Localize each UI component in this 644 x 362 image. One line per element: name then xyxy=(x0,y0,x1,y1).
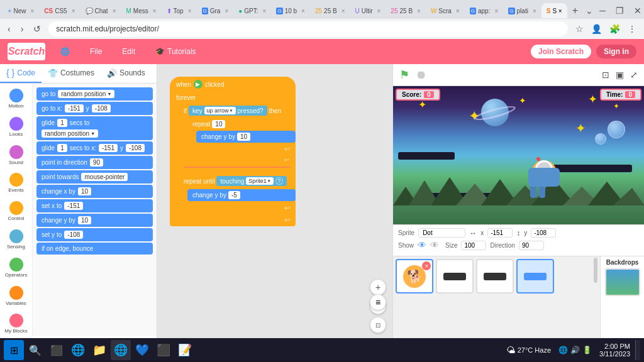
maximize-btn[interactable]: ❐ xyxy=(612,6,628,16)
reload-btn[interactable]: ↺ xyxy=(31,21,43,36)
search-btn[interactable]: 🔍 xyxy=(25,340,45,360)
menu-btn[interactable]: ⋮ xyxy=(625,21,639,36)
block-point-direction[interactable]: point in direction 90 xyxy=(36,156,153,169)
direction-input[interactable] xyxy=(519,241,544,250)
sprite-thumb-1[interactable]: ✕ 🐕 xyxy=(396,259,433,293)
time-value: 0 xyxy=(625,91,635,98)
forward-btn[interactable]: › xyxy=(18,21,26,36)
extensions-btn[interactable]: 🧩 xyxy=(607,21,623,36)
stage-small-btn[interactable]: ⊡ xyxy=(601,69,611,81)
size-input[interactable] xyxy=(461,241,486,250)
sprite-thumb-2[interactable] xyxy=(436,259,474,293)
zoom-fit-btn[interactable]: ⊡ xyxy=(370,317,386,333)
add-tab-btn[interactable]: + xyxy=(570,5,580,16)
address-bar[interactable] xyxy=(48,21,568,36)
tab-scra[interactable]: W Scra × xyxy=(426,3,465,18)
y-value-input[interactable] xyxy=(531,228,556,238)
start-btn[interactable]: ⊞ xyxy=(4,340,24,360)
category-motion[interactable]: Motion xyxy=(0,86,32,112)
more-tabs-btn[interactable]: ⌄ xyxy=(583,6,596,16)
category-looks[interactable]: Looks xyxy=(0,114,32,140)
sign-in-btn[interactable]: Sign in xyxy=(596,45,636,58)
x-value-input[interactable] xyxy=(487,228,513,238)
tab-code[interactable]: { } Code xyxy=(0,64,42,83)
chrome-icon[interactable]: 🌐 xyxy=(111,340,131,360)
block-point-towards[interactable]: point towards mouse-pointer xyxy=(36,170,153,184)
word-icon[interactable]: 📝 xyxy=(175,340,195,360)
close-btn[interactable]: ✕ xyxy=(630,6,644,16)
tab-cs[interactable]: CS CS5 × xyxy=(39,3,80,18)
block-change-y[interactable]: change y by 10 xyxy=(36,214,153,227)
file-menu[interactable]: File xyxy=(85,45,107,58)
category-myblocks[interactable]: My Blocks xyxy=(0,311,32,336)
volume-icon: 🔊 xyxy=(570,346,580,354)
block-if-on-edge[interactable]: if on edge, bounce xyxy=(36,243,153,255)
block-when-flag[interactable]: when ▶ clicked xyxy=(170,77,296,92)
stop-btn[interactable]: ⏺ xyxy=(414,67,428,83)
show-visible-btn[interactable]: 👁 xyxy=(418,240,426,250)
sprite-thumb-4[interactable] xyxy=(516,259,554,293)
tab-scratch[interactable]: S S × xyxy=(541,3,567,18)
script-area: when ▶ clicked forever if xyxy=(157,64,392,339)
tab-costumes[interactable]: 👕 Costumes xyxy=(42,64,101,83)
stage-medium-btn[interactable]: ▣ xyxy=(614,69,625,81)
globe-btn[interactable]: 🌐 xyxy=(55,45,75,58)
stage-thumb[interactable] xyxy=(605,268,640,296)
tab-gra[interactable]: G Gra × xyxy=(197,3,234,18)
terminal-icon[interactable]: ⬛ xyxy=(153,340,174,360)
block-repeat[interactable]: repeat 10 xyxy=(187,118,296,130)
tab-sounds[interactable]: 🔊 Sounds xyxy=(101,64,152,83)
sprite-thumb-3[interactable] xyxy=(476,259,514,293)
edit-menu[interactable]: Edit xyxy=(117,45,140,58)
block-if-key[interactable]: if key up arrow ▼ pressed? then xyxy=(179,104,296,118)
back-btn[interactable]: ‹ xyxy=(5,21,13,36)
green-flag-btn[interactable]: ⚑ xyxy=(398,67,411,83)
tab-10b[interactable]: G 10 b × xyxy=(271,3,310,18)
block-change-y-10[interactable]: change y by 10 xyxy=(196,131,296,143)
category-sensing[interactable]: Sensing xyxy=(0,227,32,253)
block-goto-xy[interactable]: go to x: -151 y -108 xyxy=(36,102,153,115)
show-hidden-btn[interactable]: 👁 xyxy=(430,240,439,250)
vscode-icon[interactable]: 💙 xyxy=(132,340,152,360)
tab-apps[interactable]: G app: × xyxy=(465,3,504,18)
block-goto-random[interactable]: go to random position ▼ xyxy=(36,87,153,101)
block-glide-xy[interactable]: glide 1 secs to x: -151 y -108 xyxy=(36,141,153,155)
block-set-x[interactable]: set x to -151 xyxy=(36,199,153,212)
bookmark-btn[interactable]: ☆ xyxy=(573,21,586,36)
edge-icon[interactable]: 🌐 xyxy=(68,340,88,360)
tab-top[interactable]: ⬆ Top × xyxy=(162,3,197,18)
clock[interactable]: 2:00 PM 3/11/2023 xyxy=(596,343,634,358)
block-change-x[interactable]: change x by 10 xyxy=(36,185,153,198)
show-desktop-btn[interactable] xyxy=(635,340,640,360)
tab-ulti[interactable]: U Ultir × xyxy=(350,3,386,18)
profile-btn[interactable]: 👤 xyxy=(589,21,604,36)
tab-chat[interactable]: 💬 Chat × xyxy=(80,3,121,18)
tab-new[interactable]: + New × xyxy=(3,3,39,18)
block-glide-random[interactable]: glide 1 secs to random position ▼ xyxy=(36,116,153,140)
tab-mess[interactable]: M Mess × xyxy=(121,3,161,18)
task-view-btn[interactable]: ⬛ xyxy=(47,340,67,360)
sprite-name-input[interactable] xyxy=(418,228,465,238)
script-menu-btn[interactable]: ≡ xyxy=(370,294,386,310)
tutorials-btn[interactable]: 🎓 Tutorials xyxy=(150,45,201,58)
sprite-thumb-delete[interactable]: ✕ xyxy=(422,261,431,270)
block-repeat-until[interactable]: repeat until touching Sprite1 ▼ ? xyxy=(179,174,296,188)
category-control[interactable]: Control xyxy=(0,199,32,224)
tab-plat[interactable]: G plati × xyxy=(503,3,541,18)
zoom-in-btn[interactable]: + xyxy=(370,279,386,295)
block-set-y[interactable]: set y to -108 xyxy=(36,228,153,241)
category-events[interactable]: Events xyxy=(0,170,32,196)
block-change-y-neg5[interactable]: change y by -5 xyxy=(187,189,296,201)
join-btn[interactable]: Join Scratch xyxy=(531,45,591,58)
category-operators[interactable]: Operators xyxy=(0,255,32,281)
file-explorer-icon[interactable]: 📁 xyxy=(89,340,109,360)
category-sound[interactable]: Sound xyxy=(0,143,32,168)
tab-gpt[interactable]: ● GPT: × xyxy=(233,3,271,18)
tab-25b2[interactable]: 25 25 B × xyxy=(386,3,426,18)
minimize-btn[interactable]: ─ xyxy=(596,6,609,16)
block-forever[interactable]: forever xyxy=(170,92,296,104)
tab-25b1[interactable]: 25 25 B × xyxy=(310,3,350,18)
category-variables[interactable]: Variables xyxy=(0,283,32,309)
stage-fullscreen-btn[interactable]: ⤢ xyxy=(629,69,639,81)
block-tabs: { } Code 👕 Costumes 🔊 Sounds xyxy=(0,64,157,84)
